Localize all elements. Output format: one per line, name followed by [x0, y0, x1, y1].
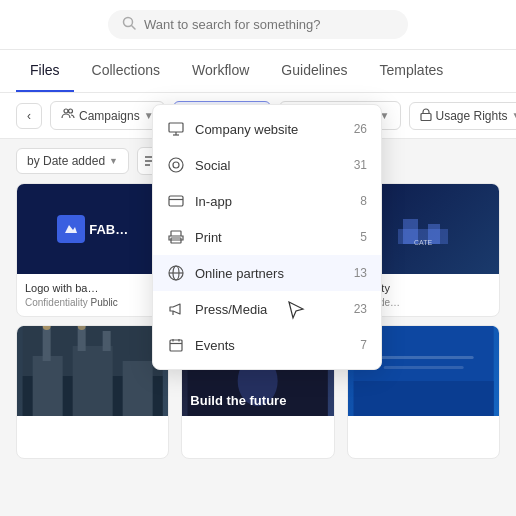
svg-rect-34 — [353, 381, 493, 416]
dropdown-item-label: Social — [195, 158, 230, 173]
chevron-down-icon: ▼ — [512, 110, 516, 121]
card-thumb-logo: FAB… — [17, 184, 168, 274]
dropdown-item-count: 8 — [360, 194, 367, 208]
card6-meta — [356, 439, 491, 450]
lock-icon — [420, 108, 432, 124]
sort-label: by Date added — [27, 154, 105, 168]
sort-date-button[interactable]: by Date added ▼ — [16, 148, 129, 174]
dropdown-item-print[interactable]: Print 5 — [153, 219, 381, 255]
dropdown-item-in-app[interactable]: In-app 8 — [153, 183, 381, 219]
dropdown-item-label: In-app — [195, 194, 232, 209]
dropdown-item-count: 23 — [354, 302, 367, 316]
svg-rect-21 — [73, 346, 113, 416]
tab-templates[interactable]: Templates — [366, 50, 458, 92]
dropdown-item-events[interactable]: Events 7 — [153, 327, 381, 363]
card4-title — [25, 424, 160, 436]
dropdown-item-online-partners[interactable]: Online partners 13 — [153, 255, 381, 291]
dropdown-item-count: 26 — [354, 122, 367, 136]
dropdown-item-count: 31 — [354, 158, 367, 172]
svg-text:CATE: CATE — [414, 239, 432, 246]
dropdown-item-social[interactable]: Social 31 — [153, 147, 381, 183]
svg-rect-37 — [169, 123, 183, 132]
tab-guidelines[interactable]: Guidelines — [267, 50, 361, 92]
top-bar — [0, 0, 516, 50]
tab-workflow[interactable]: Workflow — [178, 50, 263, 92]
svg-rect-25 — [103, 331, 111, 351]
svg-rect-20 — [33, 356, 63, 416]
channel-dropdown: Company website 26 Social 31 In-ap — [152, 104, 382, 370]
dropdown-item-label: Print — [195, 230, 222, 245]
search-icon — [122, 16, 136, 33]
svg-rect-23 — [43, 326, 51, 361]
dropdown-item-label: Events — [195, 338, 235, 353]
monitor-icon — [167, 120, 185, 138]
card6-title — [356, 424, 491, 436]
calendar-icon — [167, 336, 185, 354]
people-icon — [61, 107, 75, 124]
nav-tabs: Files Collections Workflow Guidelines Te… — [0, 50, 516, 93]
svg-rect-50 — [170, 340, 182, 351]
facility-graphic: CATE — [393, 209, 453, 249]
svg-rect-8 — [421, 113, 431, 120]
dropdown-item-label: Company website — [195, 122, 298, 137]
search-box[interactable] — [108, 10, 408, 39]
filter-usage-rights[interactable]: Usage Rights ▼ — [409, 102, 516, 130]
printer-icon — [167, 228, 185, 246]
card1-content: Logo with ba… Confidentiality Public — [17, 274, 168, 316]
globe-icon — [167, 264, 185, 282]
card-factory[interactable] — [16, 325, 169, 459]
build-text: Build the future — [190, 393, 286, 408]
svg-point-3 — [69, 109, 73, 113]
dropdown-item-count: 13 — [354, 266, 367, 280]
dropdown-item-press-media[interactable]: Press/Media 23 — [153, 291, 381, 327]
svg-point-41 — [173, 162, 179, 168]
dropdown-item-count: 7 — [360, 338, 367, 352]
dropdown-item-label: Online partners — [195, 266, 284, 281]
megaphone-icon — [167, 300, 185, 318]
svg-rect-42 — [169, 196, 183, 206]
filter-campaigns[interactable]: Campaigns ▼ — [50, 101, 165, 130]
search-input[interactable] — [144, 17, 394, 32]
card5-content — [182, 416, 333, 458]
card5-meta — [190, 439, 325, 450]
card6-content — [348, 416, 499, 458]
card5-title — [190, 424, 325, 436]
svg-rect-44 — [171, 231, 181, 236]
svg-point-40 — [169, 158, 183, 172]
card-thumb-factory — [17, 326, 168, 416]
card1-title: Logo with ba… — [25, 282, 160, 294]
svg-rect-35 — [373, 356, 473, 359]
fab-logo — [57, 215, 85, 243]
filter-left-arrow[interactable]: ‹ — [16, 103, 42, 129]
tab-files[interactable]: Files — [16, 50, 74, 92]
card1-meta: Confidentiality Public — [25, 297, 160, 308]
chevron-down-icon: ▼ — [109, 156, 118, 166]
svg-line-1 — [132, 26, 136, 30]
dropdown-item-count: 5 — [360, 230, 367, 244]
dropdown-item-company-website[interactable]: Company website 26 — [153, 111, 381, 147]
tab-collections[interactable]: Collections — [78, 50, 174, 92]
card-icon — [167, 192, 185, 210]
svg-rect-36 — [383, 366, 463, 369]
factory-svg — [17, 326, 168, 416]
svg-rect-22 — [123, 361, 153, 416]
card-logo[interactable]: FAB… Logo with ba… Confidentiality Publi… — [16, 183, 169, 317]
card4-content — [17, 416, 168, 458]
fab-logo-text: FAB… — [89, 222, 128, 237]
dropdown-item-label: Press/Media — [195, 302, 267, 317]
card4-meta — [25, 439, 160, 450]
social-icon — [167, 156, 185, 174]
svg-point-2 — [64, 109, 68, 113]
